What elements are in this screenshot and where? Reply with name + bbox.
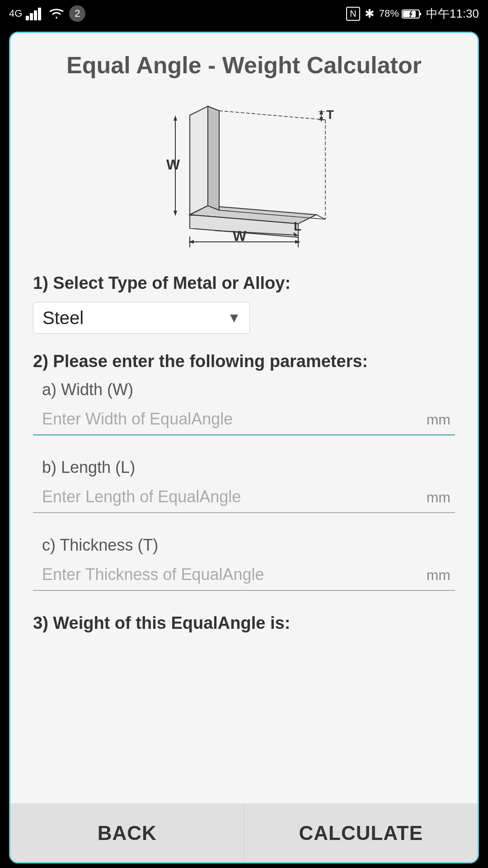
width-input-wrapper: mm [33,404,455,435]
thickness-unit: mm [427,567,450,584]
time-display: 中午11:30 [426,6,479,22]
status-right: N ✱ 78% 中午11:30 [346,6,479,22]
svg-rect-0 [26,16,29,20]
status-bar: 4G 2 N ✱ 78% 中午11:30 [0,0,488,27]
svg-marker-20 [188,240,194,244]
width-unit: mm [427,411,450,428]
metal-type-section: 1) Select Type of Metal or Alloy: Steel … [33,274,455,334]
width-label: a) Width (W) [42,380,455,399]
page-title: Equal Angle - Weight Calculator [33,51,455,79]
svg-marker-17 [174,211,177,216]
length-unit: mm [427,489,450,506]
back-button[interactable]: BACK [10,804,244,862]
svg-marker-9 [208,106,219,210]
weight-result-label: 3) Weight of this EqualAngle is: [33,613,455,633]
svg-line-11 [219,111,325,120]
svg-marker-16 [174,115,177,121]
svg-rect-2 [34,10,37,20]
signal-icon [26,7,44,20]
metal-select-wrapper[interactable]: Steel Aluminum Copper Brass Stainless St… [33,302,250,334]
weight-result-section: 3) Weight of this EqualAngle is: [33,613,455,633]
app-container: Equal Angle - Weight Calculator [9,32,479,863]
diagram-container: W W L T [33,97,455,251]
thickness-input-wrapper: mm [33,559,455,591]
length-input[interactable] [33,481,455,513]
equal-angle-diagram: W W L T [136,97,352,251]
svg-text:T: T [326,108,334,122]
bluetooth-icon: ✱ [365,7,375,21]
svg-text:L: L [294,219,301,233]
metal-type-select[interactable]: Steel Aluminum Copper Brass Stainless St… [33,302,250,334]
calculate-button[interactable]: CALCULATE [244,804,478,862]
nfc-icon: N [346,7,360,21]
parameters-section: 2) Please enter the following parameters… [33,352,455,591]
scroll-content: Equal Angle - Weight Calculator [10,33,478,803]
svg-marker-7 [190,106,208,215]
svg-rect-1 [30,13,33,20]
notification-badge: 2 [69,5,85,22]
svg-text:W: W [233,228,247,244]
length-input-wrapper: mm [33,481,455,513]
wifi-icon [47,7,66,20]
thickness-label: c) Thickness (T) [42,536,455,555]
thickness-input[interactable] [33,559,455,591]
svg-rect-3 [38,8,41,20]
width-input[interactable] [33,404,455,435]
carrier-text: 4G [9,8,22,19]
bottom-buttons: BACK CALCULATE [10,803,478,862]
svg-text:W: W [166,156,180,173]
svg-rect-5 [419,13,421,15]
battery-icon [402,9,422,19]
length-label: b) Length (L) [42,458,455,477]
status-left: 4G 2 [9,5,85,22]
battery-indicator: 78% [379,8,422,19]
metal-section-label: 1) Select Type of Metal or Alloy: [33,274,455,293]
parameters-section-label: 2) Please enter the following parameters… [33,352,455,371]
